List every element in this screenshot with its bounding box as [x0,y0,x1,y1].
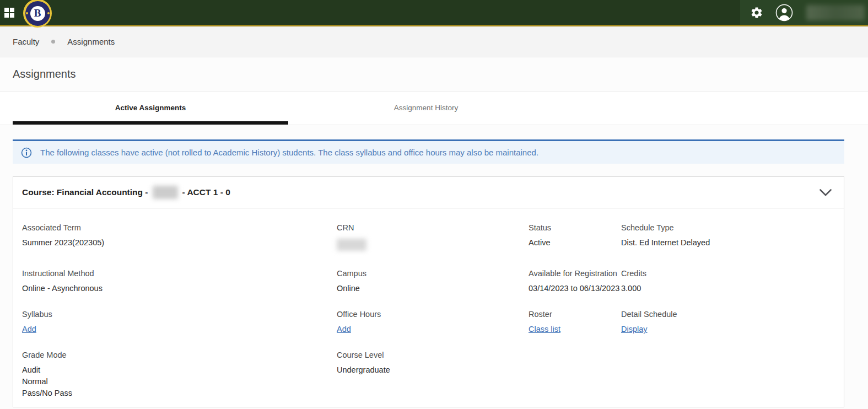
field-associated-term: Associated Term Summer 2023(202305) [22,222,337,253]
crn-value-redacted [337,239,366,251]
field-value: Active [529,237,621,248]
course-details: Associated Term Summer 2023(202305) CRN … [13,208,844,407]
gear-icon-glyph [750,6,763,19]
field-label: CRN [337,222,529,233]
field-office-hours: Office Hours Add [337,309,529,335]
notice-text: The following classes have active (not r… [40,148,538,157]
field-label: Syllabus [22,309,337,320]
empty-cell [529,349,621,399]
field-available-for-registration: Available for Registration 03/14/2023 to… [529,268,621,294]
field-crn: CRN [337,222,529,253]
tab-bar: Active Assignments Assignment History [0,92,868,125]
field-label: Credits [621,268,835,279]
course-card: Course: Financial Accounting - - ACCT 1 … [13,176,844,407]
field-detail-schedule: Detail Schedule Display [621,309,835,335]
info-icon [20,147,33,159]
field-roster: Roster Class list [529,309,621,335]
field-label: Roster [529,309,621,320]
college-seal-logo[interactable]: B [23,0,52,28]
user-name-redacted [806,5,865,20]
field-instructional-method: Instructional Method Online - Asynchrono… [22,268,337,294]
seal-letter: B [30,6,45,21]
field-status: Status Active [529,222,621,253]
breadcrumb: Faculty Assignments [0,26,868,57]
field-label: Schedule Type [621,222,835,233]
field-grade-mode: Grade Mode Audit Normal Pass/No Pass [22,349,337,399]
field-course-level: Course Level Undergraduate [337,349,529,399]
field-label: Associated Term [22,222,337,233]
roster-class-list-link[interactable]: Class list [529,325,560,333]
field-value: Online [337,283,529,294]
field-value: Dist. Ed Internet Delayed [621,237,835,248]
course-fields-grid: Associated Term Summer 2023(202305) CRN … [22,222,835,399]
field-campus: Campus Online [337,268,529,294]
field-syllabus: Syllabus Add [22,309,337,335]
tab-assignment-history[interactable]: Assignment History [288,92,564,125]
course-title: Course: Financial Accounting - - ACCT 1 … [22,186,230,199]
field-label: Instructional Method [22,268,337,279]
page-title: Assignments [13,68,76,80]
grade-mode-option: Normal [22,376,337,388]
field-label: Office Hours [337,309,529,320]
field-schedule-type: Schedule Type Dist. Ed Internet Delayed [621,222,835,253]
field-value: Summer 2023(202305) [22,237,337,248]
apps-grid-icon[interactable] [3,7,15,19]
course-number-redacted [153,186,178,199]
field-label: Detail Schedule [621,309,835,320]
apps-grid-icon-glyph [3,7,15,19]
course-title-prefix: Course: Financial Accounting - [22,187,148,197]
field-value: Undergraduate [337,364,529,375]
page-title-bar: Assignments [0,57,868,92]
course-title-suffix: - ACCT 1 - 0 [182,187,230,197]
topbar-right-section [740,0,868,25]
field-label: Grade Mode [22,349,337,360]
user-profile-icon[interactable] [775,4,793,21]
office-hours-add-link[interactable]: Add [337,325,351,333]
breadcrumb-separator-dot [51,40,55,44]
main-content: The following classes have active (not r… [0,125,868,409]
field-value: 3.000 [621,283,835,294]
field-label: Available for Registration [529,268,621,279]
empty-cell [621,349,835,399]
field-credits: Credits 3.000 [621,268,835,294]
tab-active-assignments[interactable]: Active Assignments [13,92,288,125]
settings-gear-icon[interactable] [748,4,765,21]
field-value: 03/14/2023 to 06/13/2023 [529,283,621,294]
info-notice-banner: The following classes have active (not r… [13,139,844,164]
field-label: Status [529,222,621,233]
detail-schedule-display-link[interactable]: Display [621,325,648,333]
grade-mode-option: Pass/No Pass [22,388,337,399]
field-value: Online - Asynchronous [22,283,337,294]
field-value: Audit Normal Pass/No Pass [22,364,337,399]
chevron-down-icon[interactable] [820,189,832,196]
seal-ring: B [25,1,50,26]
field-label: Course Level [337,349,529,360]
field-label: Campus [337,268,529,279]
breadcrumb-faculty-link[interactable]: Faculty [13,37,39,46]
grade-mode-option: Audit [22,364,337,376]
top-navigation-bar: B [0,0,868,26]
breadcrumb-current-page: Assignments [67,37,115,46]
course-card-header[interactable]: Course: Financial Accounting - - ACCT 1 … [13,177,844,208]
person-icon-glyph [775,4,793,21]
syllabus-add-link[interactable]: Add [22,325,36,333]
